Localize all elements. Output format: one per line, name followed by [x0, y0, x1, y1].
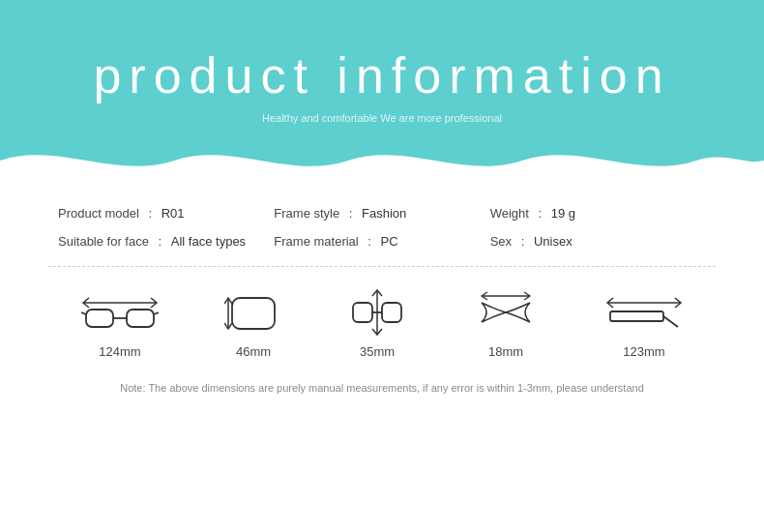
product-info-section: Product model : R01 Frame style : Fashio…: [0, 179, 764, 249]
dim-bridge: 35mm: [348, 288, 406, 359]
frame-material-value: PC: [381, 234, 398, 249]
svg-line-4: [81, 312, 86, 314]
svg-rect-10: [382, 303, 401, 322]
product-model-value: R01: [162, 206, 185, 221]
header-subtitle: Healthy and comfortable We are more prof…: [262, 112, 502, 124]
svg-rect-1: [86, 310, 113, 327]
sex-value: Unisex: [534, 234, 573, 249]
frame-style-value: Fashion: [362, 206, 406, 221]
wave-decoration: [0, 141, 764, 180]
dim-temple-value: 123mm: [623, 344, 664, 359]
weight-item: Weight : 19 g: [490, 206, 706, 221]
dim-lens-width-value: 124mm: [99, 344, 140, 359]
lens-height-icon: [224, 288, 282, 337]
svg-rect-14: [610, 311, 663, 321]
frame-material-label: Frame material: [274, 234, 358, 249]
sex-label: Sex: [490, 234, 512, 249]
product-model-item: Product model : R01: [58, 206, 274, 221]
lens-width-icon: [81, 288, 159, 337]
dim-lens-height-value: 46mm: [236, 344, 271, 359]
face-type-label: Suitable for face: [58, 234, 149, 249]
svg-line-15: [663, 316, 678, 327]
svg-rect-2: [127, 310, 154, 327]
dim-temple: 123mm: [605, 288, 683, 359]
dim-nose: 18mm: [472, 288, 540, 359]
svg-rect-9: [353, 303, 372, 322]
bridge-icon: [348, 288, 406, 337]
svg-line-5: [154, 312, 159, 314]
face-type-item: Suitable for face : All face types: [58, 234, 274, 249]
dim-lens-width: 124mm: [81, 288, 159, 359]
nose-icon: [472, 288, 540, 337]
page-title: product information: [93, 46, 670, 104]
frame-style-label: Frame style: [274, 206, 339, 221]
dimensions-section: 124mm 46mm: [0, 267, 764, 369]
dim-nose-value: 18mm: [488, 344, 523, 359]
face-type-value: All face types: [171, 234, 246, 249]
svg-rect-6: [232, 298, 275, 329]
header: product information Healthy and comforta…: [0, 0, 764, 179]
temple-icon: [605, 288, 683, 337]
note-section: Note: The above dimensions are purely ma…: [0, 369, 764, 394]
note-text: Note: The above dimensions are purely ma…: [120, 382, 644, 394]
frame-style-item: Frame style : Fashion: [274, 206, 489, 221]
product-model-label: Product model: [58, 206, 139, 221]
frame-material-item: Frame material : PC: [274, 234, 489, 249]
info-grid: Product model : R01 Frame style : Fashio…: [58, 206, 706, 249]
sex-item: Sex : Unisex: [490, 234, 706, 249]
dim-bridge-value: 35mm: [360, 344, 395, 359]
weight-label: Weight: [490, 206, 529, 221]
dim-lens-height: 46mm: [224, 288, 282, 359]
weight-value: 19 g: [551, 206, 575, 221]
